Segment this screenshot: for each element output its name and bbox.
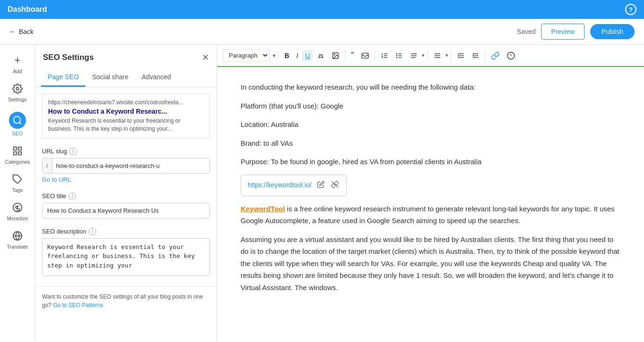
sidebar-label-add: Add <box>13 68 22 74</box>
sidebar-item-seo[interactable]: SEO <box>0 108 35 140</box>
url-slug-info-icon[interactable]: i <box>69 148 77 155</box>
tab-page-seo[interactable]: Page SEO <box>41 68 85 87</box>
preview-title: How to Conduct a Keyword Researc... <box>48 108 204 115</box>
preview-description: Keyword Research is essential to your fr… <box>48 117 204 133</box>
sidebar-label-translate: Translate <box>7 244 28 250</box>
image-button[interactable] <box>329 50 342 61</box>
seo-panel-title: SEO Settings <box>43 53 94 62</box>
seo-title-section: SEO title i <box>35 188 217 223</box>
publish-button[interactable]: Publish <box>590 24 635 39</box>
toolbar-divider-6 <box>485 51 485 60</box>
sidebar-item-categories[interactable]: Categories <box>0 142 35 168</box>
seo-title-input[interactable] <box>42 203 210 218</box>
sidebar-item-translate[interactable]: Translate <box>0 227 35 253</box>
url-slug-input[interactable] <box>52 158 209 173</box>
align-button[interactable] <box>407 50 420 61</box>
sidebar-label-categories: Categories <box>5 159 30 165</box>
line-height-chevron-icon: ▾ <box>445 52 448 58</box>
tags-icon <box>12 174 23 185</box>
seo-panel-header: SEO Settings ✕ <box>35 45 217 63</box>
unordered-list-button[interactable] <box>393 50 406 61</box>
sidebar-item-settings[interactable]: Settings <box>0 80 35 106</box>
seo-panel: SEO Settings ✕ Page SEO Social share Adv… <box>35 45 217 342</box>
editor-area: Paragraph ▾ B I U " <box>217 45 644 342</box>
svg-line-2 <box>19 122 21 124</box>
underline-button[interactable]: U <box>302 50 313 61</box>
saved-status: Saved <box>517 28 536 35</box>
seo-patterns-link[interactable]: Go to SEO Patterns <box>53 302 103 309</box>
keyword-paragraph-text: is a free online keyword research instru… <box>241 205 615 225</box>
edit-link-button[interactable] <box>316 180 326 191</box>
header-bar: ← Back Saved Preview Publish <box>0 19 644 45</box>
seo-tabs: Page SEO Social share Advanced <box>35 68 217 87</box>
sidebar-item-tags[interactable]: Tags <box>0 170 35 197</box>
sidebar-label-tags: Tags <box>12 187 23 193</box>
top-bar: Dashboard ? <box>0 0 644 19</box>
unlink-button[interactable] <box>330 180 340 191</box>
tab-social-share[interactable]: Social share <box>85 68 135 87</box>
svg-rect-4 <box>18 147 21 150</box>
info-button[interactable] <box>504 50 518 62</box>
preview-url: https://cheeneedelrosario7.wixsite.com/c… <box>48 99 204 106</box>
keyword-tool-link[interactable]: KeywordTool <box>241 205 285 213</box>
seo-title-label: SEO title i <box>42 192 210 200</box>
close-seo-panel-button[interactable]: ✕ <box>202 52 209 63</box>
svg-point-22 <box>396 55 397 56</box>
line-height-button[interactable] <box>431 50 444 61</box>
back-label: Back <box>19 28 33 35</box>
content-location: Location: Australia <box>241 118 620 131</box>
svg-point-13 <box>334 54 335 55</box>
sidebar-label-settings: Settings <box>8 97 27 102</box>
content-platform: Platform (that you'll use): Google <box>241 100 620 112</box>
ordered-list-button[interactable] <box>378 50 391 61</box>
toolbar-divider-1 <box>278 51 279 60</box>
italic-button[interactable]: I <box>293 50 301 61</box>
globe-icon <box>12 231 23 242</box>
indent-increase-button[interactable] <box>454 50 468 61</box>
sidebar-label-monetize: Monetize <box>7 216 28 221</box>
url-slug-label: URL slug i <box>42 148 210 155</box>
editor-content[interactable]: In conducting the keyword research, you … <box>217 67 644 342</box>
toolbar-divider-3 <box>375 51 375 60</box>
font-color-button[interactable] <box>314 50 327 61</box>
seo-description-info-icon[interactable]: i <box>89 228 96 235</box>
paragraph-style-select[interactable]: Paragraph <box>223 49 269 62</box>
sidebar-item-monetize[interactable]: Monetize <box>0 199 35 225</box>
sidebar-item-add[interactable]: + Add <box>0 50 35 78</box>
app-title: Dashboard <box>8 5 47 14</box>
svg-rect-3 <box>14 147 17 150</box>
seo-title-info-icon[interactable]: i <box>68 192 76 200</box>
email-button[interactable] <box>359 50 372 61</box>
editor-toolbar: Paragraph ▾ B I U " <box>217 45 644 67</box>
categories-icon <box>12 146 23 157</box>
toolbar-divider-4 <box>427 51 428 60</box>
toolbar-divider-2 <box>345 51 345 60</box>
svg-point-1 <box>14 117 21 124</box>
content-purpose: Purpose: To be found in google, hired as… <box>241 156 620 168</box>
preview-button[interactable]: Preview <box>541 24 585 40</box>
seo-description-label: SEO description i <box>42 228 210 235</box>
url-slug-input-row: / <box>42 158 210 174</box>
indent-decrease-button[interactable] <box>469 50 482 61</box>
align-chevron-icon: ▾ <box>422 52 425 58</box>
bold-button[interactable]: B <box>282 50 292 61</box>
go-to-url-link[interactable]: Go to URL <box>42 176 210 183</box>
tab-advanced[interactable]: Advanced <box>135 68 177 87</box>
svg-point-21 <box>396 53 397 54</box>
seo-description-section: SEO description i Keyword Research is es… <box>35 223 217 283</box>
back-button[interactable]: ← Back <box>9 28 33 35</box>
svg-rect-5 <box>14 152 17 155</box>
link-url-display: https://keywordtool.io/ <box>248 180 311 191</box>
blockquote-button[interactable]: " <box>348 49 357 62</box>
toolbar-divider-5 <box>451 51 452 60</box>
link-box: https://keywordtool.io/ <box>241 175 347 196</box>
svg-point-23 <box>396 57 397 58</box>
main-layout: + Add Settings SEO Categories Tags <box>0 45 644 342</box>
svg-rect-6 <box>18 152 21 155</box>
url-slug-section: URL slug i / Go to URL <box>35 143 217 188</box>
content-brand: Brand: to all VAs <box>241 137 620 150</box>
help-button[interactable]: ? <box>625 4 636 15</box>
back-arrow-icon: ← <box>9 28 16 35</box>
link-button[interactable] <box>488 50 502 62</box>
seo-description-input[interactable]: Keyword Research is essential to your fr… <box>42 238 210 276</box>
